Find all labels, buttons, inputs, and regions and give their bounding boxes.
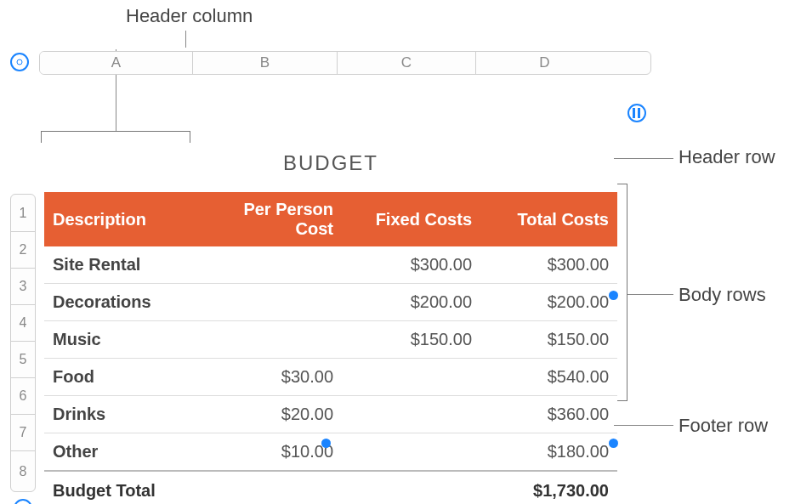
cell-value[interactable] — [197, 284, 342, 321]
cell-value[interactable]: $200.00 — [342, 284, 480, 321]
table-row: Drinks$20.00$360.00 — [44, 396, 617, 433]
cell-description[interactable]: Other — [44, 433, 197, 472]
svg-rect-1 — [633, 108, 635, 118]
header-row: Description Per Person Cost Fixed Costs … — [44, 192, 617, 246]
add-column-handle[interactable] — [627, 104, 646, 122]
table-row: Site Rental$300.00$300.00 — [44, 246, 617, 284]
column-header-A[interactable]: A — [40, 52, 193, 74]
cell-description[interactable]: Decorations — [44, 284, 197, 321]
table-area: BUDGET Description Per Person Cost Fixed… — [44, 136, 617, 504]
cell-description[interactable]: Food — [44, 359, 197, 396]
row-header-7[interactable]: 7 — [11, 415, 35, 451]
footer-total[interactable]: $1,730.00 — [480, 471, 617, 504]
table-row: Other$10.00$180.00 — [44, 433, 617, 472]
cell-value[interactable] — [342, 396, 480, 433]
callout-line — [185, 31, 186, 48]
row-header-strip: 12345678 — [10, 194, 36, 492]
cell-value[interactable]: $200.00 — [480, 284, 617, 321]
row-header-2[interactable]: 2 — [11, 232, 35, 269]
selection-handle-dot[interactable] — [609, 291, 618, 300]
cell-description[interactable]: Music — [44, 321, 197, 359]
row-header-5[interactable]: 5 — [11, 342, 35, 378]
column-header-C[interactable]: C — [338, 52, 476, 74]
header-fixed[interactable]: Fixed Costs — [342, 192, 480, 246]
header-total[interactable]: Total Costs — [480, 192, 617, 246]
callout-body-rows: Body rows — [679, 284, 766, 306]
cell-value[interactable] — [197, 246, 342, 284]
row-header-4[interactable]: 4 — [11, 305, 35, 342]
row-header-1[interactable]: 1 — [11, 195, 35, 232]
callout-header-row: Header row — [679, 146, 775, 168]
cell-value[interactable]: $20.00 — [197, 396, 342, 433]
footer-cell[interactable] — [197, 471, 342, 504]
cell-value[interactable]: $360.00 — [480, 396, 617, 433]
row-header-8[interactable]: 8 — [11, 451, 35, 491]
table-row: Music$150.00$150.00 — [44, 321, 617, 359]
column-header-strip: ABCD — [39, 51, 651, 75]
footer-row: Budget Total $1,730.00 — [44, 471, 617, 504]
callout-footer-row: Footer row — [679, 415, 768, 437]
cell-value[interactable] — [197, 321, 342, 359]
table-row: Decorations$200.00$200.00 — [44, 284, 617, 321]
table-resize-dot[interactable] — [609, 439, 618, 448]
cell-value[interactable]: $30.00 — [197, 359, 342, 396]
cell-description[interactable]: Drinks — [44, 396, 197, 433]
callout-line — [627, 294, 673, 295]
cell-value[interactable]: $150.00 — [480, 321, 617, 359]
bracket-body-rows — [617, 184, 627, 401]
cell-value[interactable]: $300.00 — [342, 246, 480, 284]
cell-description[interactable]: Site Rental — [44, 246, 197, 284]
footer-cell[interactable] — [342, 471, 480, 504]
header-per-person[interactable]: Per Person Cost — [197, 192, 342, 246]
callout-line — [614, 158, 673, 159]
cell-value[interactable]: $180.00 — [480, 433, 617, 472]
footer-label[interactable]: Budget Total — [44, 471, 197, 504]
cell-value[interactable]: $300.00 — [480, 246, 617, 284]
add-row-handle[interactable] — [14, 499, 32, 504]
callout-line — [614, 425, 673, 426]
row-header-3[interactable]: 3 — [11, 269, 35, 305]
row-header-6[interactable]: 6 — [11, 378, 35, 415]
sheet: ABCD 12345678 BUDGET Description Per Per… — [5, 51, 651, 75]
table-row: Food$30.00$540.00 — [44, 359, 617, 396]
cell-value[interactable]: $150.00 — [342, 321, 480, 359]
column-resize-dot[interactable] — [321, 439, 331, 448]
cell-value[interactable] — [342, 433, 480, 472]
budget-table: Description Per Person Cost Fixed Costs … — [44, 192, 617, 504]
column-header-D[interactable]: D — [476, 52, 613, 74]
column-header-B[interactable]: B — [193, 52, 338, 74]
svg-rect-2 — [638, 108, 640, 118]
table-title: BUDGET — [44, 136, 617, 192]
cell-value[interactable]: $540.00 — [480, 359, 617, 396]
cell-value[interactable]: $10.00 — [197, 433, 342, 472]
callout-header-column: Header column — [126, 5, 253, 27]
header-description[interactable]: Description — [44, 192, 197, 246]
cell-value[interactable] — [342, 359, 480, 396]
